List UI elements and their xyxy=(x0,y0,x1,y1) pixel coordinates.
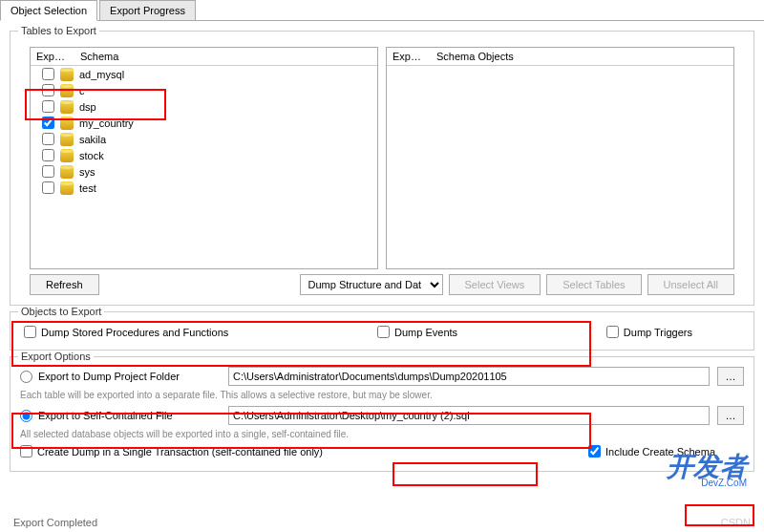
schema-name: c xyxy=(79,85,85,96)
select-views-button[interactable]: Select Views xyxy=(449,274,541,295)
schema-row-my_country[interactable]: my_country xyxy=(31,115,377,131)
watermark-sub: DevZ.CoM xyxy=(701,478,747,488)
database-icon xyxy=(60,68,74,81)
col-header-exp-right[interactable]: Exp… xyxy=(393,51,431,62)
schema-objects-pane: Exp… Schema Objects xyxy=(386,47,734,269)
database-icon xyxy=(60,133,74,146)
dump-triggers-checkbox[interactable]: Dump Triggers xyxy=(606,326,692,338)
refresh-button[interactable]: Refresh xyxy=(30,274,99,295)
footer-csdn: CSDN xyxy=(721,517,751,528)
dump-type-select[interactable]: Dump Structure and Dat xyxy=(300,274,443,295)
export-options-label: Export Options xyxy=(18,351,94,362)
schema-row-sys[interactable]: sys xyxy=(31,163,377,180)
tab-export-progress[interactable]: Export Progress xyxy=(99,0,196,20)
dump-events-checkbox[interactable]: Dump Events xyxy=(377,326,457,338)
schema-row-ad_mysql[interactable]: ad_mysql xyxy=(31,66,377,82)
export-dump-folder-label: Export to Dump Project Folder xyxy=(38,371,180,382)
single-transaction-checkbox[interactable] xyxy=(20,445,32,458)
objects-to-export-label: Objects to Export xyxy=(18,306,104,317)
schema-checkbox[interactable] xyxy=(42,133,54,145)
self-contained-path-input[interactable] xyxy=(228,406,710,425)
select-tables-button[interactable]: Select Tables xyxy=(546,274,641,295)
schema-checkbox[interactable] xyxy=(42,117,54,129)
schema-checkbox[interactable] xyxy=(42,181,54,194)
schema-row-c[interactable]: c xyxy=(31,82,377,98)
schema-row-dsp[interactable]: dsp xyxy=(31,98,377,115)
schema-name: stock xyxy=(79,150,104,161)
schema-list-body: ad_mysqlcdspmy_countrysakilastocksystest xyxy=(31,66,377,266)
browse-self-contained-button[interactable]: … xyxy=(717,406,744,425)
export-self-contained-radio[interactable] xyxy=(20,410,32,422)
single-transaction-label: Create Dump in a Single Transaction (sel… xyxy=(37,446,323,458)
export-options-group: Export Options Export to Dump Project Fo… xyxy=(10,356,754,472)
objects-to-export-group: Objects to Export Dump Stored Procedures… xyxy=(10,311,754,351)
database-icon xyxy=(60,117,74,130)
database-icon xyxy=(60,100,74,114)
database-icon xyxy=(60,165,74,179)
schema-checkbox[interactable] xyxy=(42,100,54,113)
export-self-contained-label: Export to Self-Contained File xyxy=(38,410,173,421)
database-icon xyxy=(60,181,74,195)
schema-name: dsp xyxy=(79,101,96,113)
tab-bar: Object Selection Export Progress xyxy=(0,0,764,21)
schema-checkbox[interactable] xyxy=(42,165,54,178)
include-create-schema-checkbox[interactable]: Include Create Schema xyxy=(588,445,715,458)
col-header-schema[interactable]: Schema xyxy=(74,51,371,62)
browse-dump-folder-button[interactable]: … xyxy=(717,367,744,386)
schema-row-sakila[interactable]: sakila xyxy=(31,131,377,147)
schema-list-pane: Exp… Schema ad_mysqlcdspmy_countrysakila… xyxy=(30,47,378,269)
database-icon xyxy=(60,84,74,97)
status-text: Export Completed xyxy=(13,517,97,528)
dump-procedures-checkbox[interactable]: Dump Stored Procedures and Functions xyxy=(24,326,228,338)
unselect-all-button[interactable]: Unselect All xyxy=(647,274,734,295)
schema-checkbox[interactable] xyxy=(42,149,54,161)
schema-name: sakila xyxy=(79,134,106,145)
tables-to-export-group: Tables to Export Exp… Schema ad_mysqlcds… xyxy=(10,31,754,306)
database-icon xyxy=(60,149,74,162)
schema-row-stock[interactable]: stock xyxy=(31,147,377,163)
schema-checkbox[interactable] xyxy=(42,84,54,96)
self-contained-help: All selected database objects will be ex… xyxy=(18,429,746,441)
schema-name: sys xyxy=(79,166,96,178)
schema-name: ad_mysql xyxy=(79,69,124,80)
schema-checkbox[interactable] xyxy=(42,68,54,80)
dump-folder-path-input[interactable] xyxy=(228,367,710,386)
schema-name: my_country xyxy=(79,117,134,129)
col-header-exp[interactable]: Exp… xyxy=(36,51,74,62)
tables-to-export-label: Tables to Export xyxy=(18,25,99,36)
schema-name: test xyxy=(79,182,96,194)
schema-row-test[interactable]: test xyxy=(31,180,377,196)
col-header-schema-objects[interactable]: Schema Objects xyxy=(431,51,728,62)
export-dump-folder-radio[interactable] xyxy=(20,371,32,383)
dump-folder-help: Each table will be exported into a separ… xyxy=(18,390,746,402)
tab-object-selection[interactable]: Object Selection xyxy=(0,0,97,21)
